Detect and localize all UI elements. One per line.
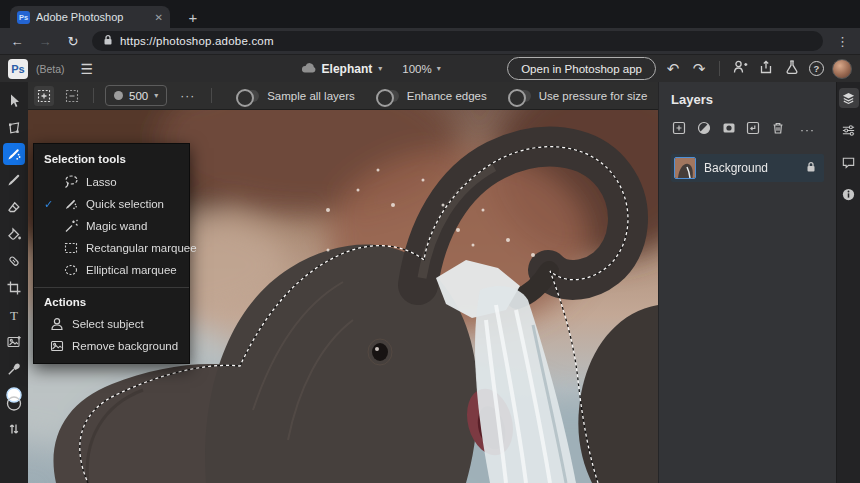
flyout-item-magic-wand[interactable]: Magic wand xyxy=(34,215,189,237)
lock-icon[interactable] xyxy=(806,159,816,177)
open-in-photoshop-app-button[interactable]: Open in Photoshop app xyxy=(507,57,656,80)
document-menu[interactable]: Elephant ▾ xyxy=(300,60,383,78)
divider xyxy=(93,88,94,103)
toggle-use-pressure-for-size[interactable]: Use pressure for size xyxy=(509,90,648,102)
flyout-action-select-subject[interactable]: Select subject xyxy=(34,313,189,335)
cloud-sync-icon xyxy=(300,60,316,78)
undo-icon[interactable]: ↶ xyxy=(664,60,682,78)
subtract-from-selection-icon[interactable] xyxy=(62,86,82,106)
layers-panel-icon[interactable] xyxy=(839,88,859,108)
layer-name: Background xyxy=(704,161,798,175)
layer-row-background[interactable]: Background xyxy=(671,154,824,182)
center-area: 500 ▾ ··· Sample all layers Enhance edge… xyxy=(28,82,658,483)
flyout-item-quick-selection[interactable]: ✓ Quick selection xyxy=(34,193,189,215)
layers-panel-actions: ··· xyxy=(671,120,824,140)
hamburger-menu-icon[interactable]: ☰ xyxy=(81,61,94,77)
ps-header: Ps (Beta) ☰ Elephant ▾ 100% ▾ Open in Ph… xyxy=(0,54,860,82)
browser-toolbar: ← → ↻ https://photoshop.adobe.com ⋮ xyxy=(0,28,860,54)
beta-label: (Beta) xyxy=(36,63,65,75)
reload-icon[interactable]: ↻ xyxy=(64,34,82,49)
back-icon[interactable]: ← xyxy=(8,34,26,49)
brush-size-dropdown[interactable]: 500 ▾ xyxy=(105,85,167,106)
transform-tool[interactable] xyxy=(2,116,26,140)
options-bar: 500 ▾ ··· Sample all layers Enhance edge… xyxy=(28,82,658,110)
crop-tool[interactable] xyxy=(2,276,26,300)
flyout-item-lasso[interactable]: Lasso xyxy=(34,171,189,193)
right-icon-strip xyxy=(836,82,860,483)
brush-size-value: 500 xyxy=(129,90,148,102)
magic-wand-icon xyxy=(62,218,79,234)
quick-selection-tool[interactable] xyxy=(3,143,25,165)
eyedropper-tool[interactable] xyxy=(2,357,26,381)
elliptical-marquee-icon xyxy=(62,262,79,278)
layers-panel-title: Layers xyxy=(671,92,824,107)
left-toolbar: T xyxy=(0,82,28,483)
rectangular-marquee-icon xyxy=(62,240,79,256)
checkmark-icon: ✓ xyxy=(42,198,55,211)
toggle-sample-all-layers[interactable]: Sample all layers xyxy=(237,90,355,102)
close-tab-icon[interactable]: ✕ xyxy=(155,12,163,23)
more-options-icon[interactable]: ··· xyxy=(175,89,200,103)
layer-thumbnail xyxy=(674,157,696,179)
divider xyxy=(719,61,720,76)
toggle-switch-icon[interactable] xyxy=(237,90,259,102)
url-text: https://photoshop.adobe.com xyxy=(120,35,274,47)
layer-mask-icon[interactable] xyxy=(721,120,737,140)
brush-size-preview-icon xyxy=(114,91,123,100)
eraser-tool[interactable] xyxy=(2,195,26,219)
move-tool[interactable] xyxy=(2,89,26,113)
flyout-item-elliptical-marquee[interactable]: Elliptical marquee xyxy=(34,259,189,281)
flyout-title: Selection tools xyxy=(34,144,189,171)
document-name: Elephant xyxy=(322,62,373,76)
fill-tool[interactable] xyxy=(2,222,26,246)
app-window: Ps Adobe Photoshop ✕ + ← → ↻ https://pho… xyxy=(0,0,860,483)
toggle-switch-icon[interactable] xyxy=(377,90,399,102)
selection-tools-flyout: Selection tools Lasso ✓ Quick selection xyxy=(33,143,190,364)
redo-icon[interactable]: ↷ xyxy=(690,60,708,78)
beaker-icon[interactable] xyxy=(783,59,801,78)
clipping-mask-icon[interactable] xyxy=(745,120,761,140)
type-tool[interactable]: T xyxy=(2,303,26,327)
brush-tool[interactable] xyxy=(2,168,26,192)
layers-more-icon[interactable]: ··· xyxy=(795,123,820,137)
lasso-icon xyxy=(62,174,79,190)
place-image-tool[interactable] xyxy=(2,330,26,354)
layers-panel: Layers ··· Background xyxy=(658,82,836,483)
divider xyxy=(211,88,212,103)
share-icon[interactable] xyxy=(757,59,775,78)
zoom-menu[interactable]: 100% ▾ xyxy=(402,63,440,75)
info-panel-icon[interactable] xyxy=(839,184,859,204)
url-bar[interactable]: https://photoshop.adobe.com xyxy=(92,31,823,51)
browser-tabstrip: Ps Adobe Photoshop ✕ + xyxy=(0,0,860,28)
adjustments-panel-icon[interactable] xyxy=(839,120,859,140)
flyout-item-rectangular-marquee[interactable]: Rectangular marquee xyxy=(34,237,189,259)
chevron-down-icon: ▾ xyxy=(378,64,382,73)
comments-panel-icon[interactable] xyxy=(839,152,859,172)
adjustment-icon[interactable] xyxy=(696,120,712,140)
ps-favicon-icon: Ps xyxy=(17,11,30,24)
tab-title: Adobe Photoshop xyxy=(36,11,149,23)
chevron-down-icon: ▾ xyxy=(437,64,441,73)
swap-colors-icon[interactable] xyxy=(2,417,26,441)
remove-background-icon xyxy=(48,338,65,354)
flyout-actions-title: Actions xyxy=(34,287,189,313)
new-tab-button[interactable]: + xyxy=(182,6,204,28)
toggle-switch-icon[interactable] xyxy=(509,90,531,102)
svg-text:T: T xyxy=(10,308,18,323)
color-swatch[interactable] xyxy=(2,384,26,414)
select-subject-icon xyxy=(48,316,65,332)
avatar[interactable] xyxy=(832,59,852,79)
quick-selection-icon xyxy=(62,196,79,212)
add-to-selection-icon[interactable] xyxy=(34,86,54,106)
delete-layer-icon[interactable] xyxy=(770,120,786,140)
forward-icon[interactable]: → xyxy=(36,34,54,49)
flyout-action-remove-background[interactable]: Remove background xyxy=(34,335,189,357)
browser-menu-icon[interactable]: ⋮ xyxy=(833,34,852,49)
add-layer-icon[interactable] xyxy=(671,120,687,140)
spot-heal-tool[interactable] xyxy=(2,249,26,273)
invite-user-icon[interactable] xyxy=(731,59,749,78)
help-icon[interactable]: ? xyxy=(809,61,824,76)
chevron-down-icon: ▾ xyxy=(154,91,158,100)
toggle-enhance-edges[interactable]: Enhance edges xyxy=(377,90,487,102)
browser-tab[interactable]: Ps Adobe Photoshop ✕ xyxy=(10,6,170,28)
